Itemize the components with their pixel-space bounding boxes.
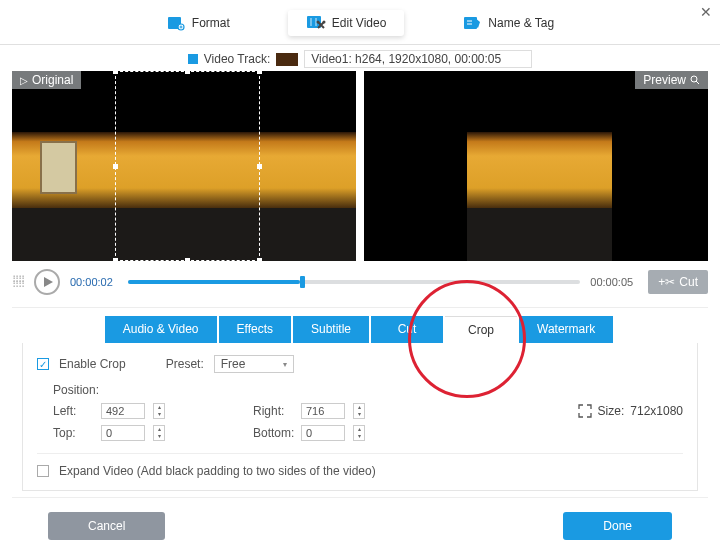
size-value: 712x1080 (630, 404, 683, 418)
preview-badge[interactable]: Preview (635, 71, 708, 89)
tab-format[interactable]: Format (148, 10, 248, 36)
edit-video-icon (306, 14, 326, 32)
left-stepper[interactable]: ▴▾ (153, 403, 165, 419)
right-input[interactable]: 716 (301, 403, 345, 419)
expand-video-checkbox[interactable]: ✓ (37, 465, 49, 477)
footer: Cancel Done (0, 498, 720, 551)
top-input[interactable]: 0 (101, 425, 145, 441)
size-label: Size: (598, 404, 625, 418)
right-stepper[interactable]: ▴▾ (353, 403, 365, 419)
drag-grip-icon[interactable]: ⠿⠿⠿⠿ (12, 277, 24, 287)
preview-video-pane (364, 71, 708, 261)
edit-tabs: Audio & Video Effects Subtitle Cut Crop … (0, 316, 720, 343)
format-icon (166, 14, 186, 32)
right-label: Right: (253, 404, 293, 418)
playback-controls: ⠿⠿⠿⠿ 00:00:02 00:00:05 +✂ Cut (0, 261, 720, 303)
enable-crop-label: Enable Crop (59, 357, 126, 371)
top-label: Top: (53, 426, 93, 440)
video-track-row: Video Track: Video1: h264, 1920x1080, 00… (0, 45, 720, 71)
original-badge: ▷ Original (12, 71, 81, 89)
close-button[interactable]: ✕ (700, 4, 712, 20)
preset-select[interactable]: Free▾ (214, 355, 294, 373)
tab-watermark[interactable]: Watermark (519, 316, 613, 343)
tab-cut[interactable]: Cut (371, 316, 443, 343)
cut-button[interactable]: +✂ Cut (648, 270, 708, 294)
video-track-select[interactable]: Video1: h264, 1920x1080, 00:00:05 (304, 50, 532, 68)
video-track-label: Video Track: (204, 52, 270, 66)
enable-crop-checkbox[interactable]: ✓ (37, 358, 49, 370)
expand-video-label: Expand Video (Add black padding to two s… (59, 464, 376, 478)
svg-point-3 (316, 21, 319, 24)
name-tag-icon (462, 14, 482, 32)
tab-label: Format (192, 16, 230, 30)
tab-effects[interactable]: Effects (219, 316, 291, 343)
current-time: 00:00:02 (70, 276, 118, 288)
tab-subtitle[interactable]: Subtitle (293, 316, 369, 343)
crop-selection[interactable] (115, 71, 259, 261)
left-label: Left: (53, 404, 93, 418)
done-button[interactable]: Done (563, 512, 672, 540)
scissors-icon: +✂ (658, 275, 675, 289)
top-tabs: Format Edit Video Name & Tag (0, 0, 720, 45)
total-time: 00:00:05 (590, 276, 638, 288)
cancel-button[interactable]: Cancel (48, 512, 165, 540)
tab-edit-video[interactable]: Edit Video (288, 10, 405, 36)
tab-label: Edit Video (332, 16, 387, 30)
bottom-label: Bottom: (253, 426, 293, 440)
preset-label: Preset: (166, 357, 204, 371)
tab-label: Name & Tag (488, 16, 554, 30)
svg-point-4 (322, 21, 325, 24)
play-button[interactable] (34, 269, 60, 295)
size-icon (578, 404, 592, 418)
left-input[interactable]: 492 (101, 403, 145, 419)
video-track-thumb (276, 53, 298, 66)
bottom-input[interactable]: 0 (301, 425, 345, 441)
tab-audio-video[interactable]: Audio & Video (105, 316, 217, 343)
tab-crop[interactable]: Crop (445, 316, 517, 343)
position-label: Position: (53, 383, 683, 397)
crop-settings-panel: ✓ Enable Crop Preset: Free▾ Position: Le… (22, 343, 698, 491)
original-video-pane[interactable] (12, 71, 356, 261)
tab-name-tag[interactable]: Name & Tag (444, 10, 572, 36)
top-stepper[interactable]: ▴▾ (153, 425, 165, 441)
timeline-slider[interactable] (128, 280, 580, 284)
video-track-icon (188, 54, 198, 64)
cut-label: Cut (679, 275, 698, 289)
bottom-stepper[interactable]: ▴▾ (353, 425, 365, 441)
select-value: Video1: h264, 1920x1080, 00:00:05 (311, 52, 501, 66)
